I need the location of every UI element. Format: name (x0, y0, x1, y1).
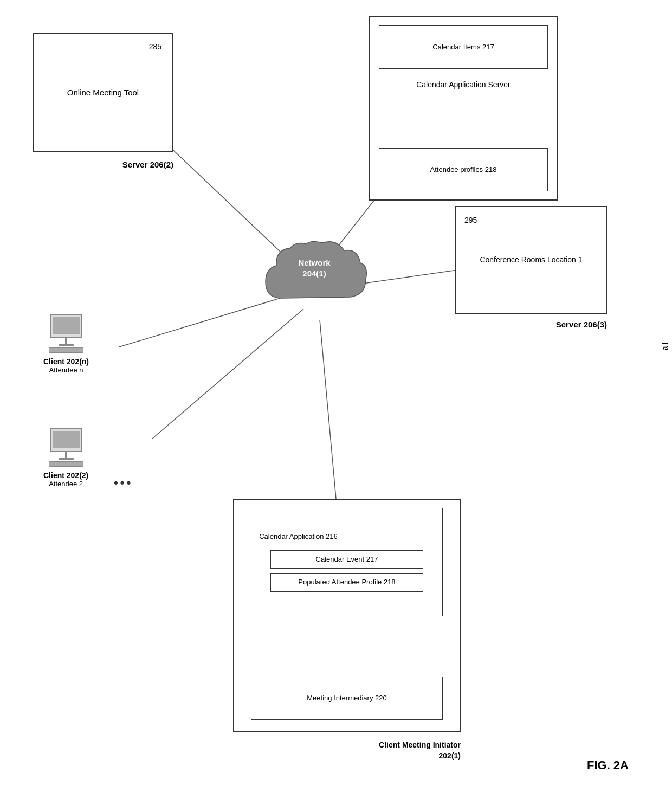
stand-202-2 (65, 452, 67, 458)
rotated-ai-label: a I (661, 291, 669, 401)
client-202-1-outer: Calendar Application 216 Calendar Event … (233, 499, 461, 732)
conference-rooms-label: Conference Rooms Location 1 (480, 255, 582, 266)
server-206-1-outer: Calendar Items 217 Calendar Application … (369, 16, 558, 201)
clients-ellipsis: ••• (114, 476, 133, 490)
base-202-n (59, 344, 74, 346)
client-202-2-label: Client 202(2) (43, 471, 88, 480)
server-206-2-label: Server 206(2) (33, 160, 173, 169)
calendar-event-box: Calendar Event 217 (270, 550, 423, 569)
attendee-profiles-label: Attendee profiles 218 (430, 165, 497, 175)
network-cloud: Network 204(1) (260, 239, 369, 325)
calendar-app-label: Calendar Application 216 (257, 532, 437, 542)
screen-202-2 (53, 431, 80, 448)
diagram: Network 204(1) Calendar Items 217 Calend… (0, 0, 672, 805)
figure-label: FIG. 2A (587, 758, 629, 772)
keyboard-202-2 (49, 461, 83, 467)
screen-202-n (53, 317, 80, 334)
network-id: 204(1) (302, 269, 326, 278)
server-206-3-label: Server 206(3) (450, 320, 607, 329)
client-202-n-sublabel: Attendee n (49, 366, 83, 374)
attendee-profiles-box: Attendee profiles 218 (379, 148, 547, 191)
populated-attendee-box: Populated Attendee Profile 218 (270, 573, 423, 592)
calendar-items-label: Calendar Items 217 (432, 43, 494, 52)
server-206-3-id: 295 (464, 215, 477, 226)
client-202-2-group: Client 202(2) Attendee 2 (43, 428, 88, 488)
client-202-n-label: Client 202(n) (43, 357, 89, 366)
server-206-2-id: 285 (149, 42, 161, 53)
monitor-202-n (50, 314, 82, 338)
client-202-1-label: Client Meeting Initiator 202(1) (233, 740, 461, 761)
calendar-items-box: Calendar Items 217 (379, 25, 547, 69)
client-202-n-group: Client 202(n) Attendee n (43, 314, 89, 374)
meeting-intermediary-box: Meeting Intermediary 220 (251, 677, 443, 720)
monitor-202-2 (50, 428, 82, 452)
ai-text: a I (661, 342, 669, 351)
server-206-3-outer: 295 Conference Rooms Location 1 (455, 206, 607, 314)
server-206-2-outer: 285 Online Meeting Tool (33, 33, 173, 152)
keyboard-202-n (49, 347, 83, 353)
base-202-2 (59, 458, 74, 460)
svg-line-3 (320, 320, 336, 499)
stand-202-n (65, 338, 67, 344)
calendar-app-server-label: Calendar Application Server (370, 80, 557, 91)
svg-line-4 (152, 309, 303, 439)
online-meeting-tool-label: Online Meeting Tool (67, 87, 139, 98)
computer-202-n (49, 314, 83, 353)
client-202-2-sublabel: Attendee 2 (49, 480, 83, 488)
calendar-app-box: Calendar Application 216 Calendar Event … (251, 508, 443, 616)
computer-202-2 (49, 428, 83, 467)
network-label: Network (298, 258, 330, 267)
